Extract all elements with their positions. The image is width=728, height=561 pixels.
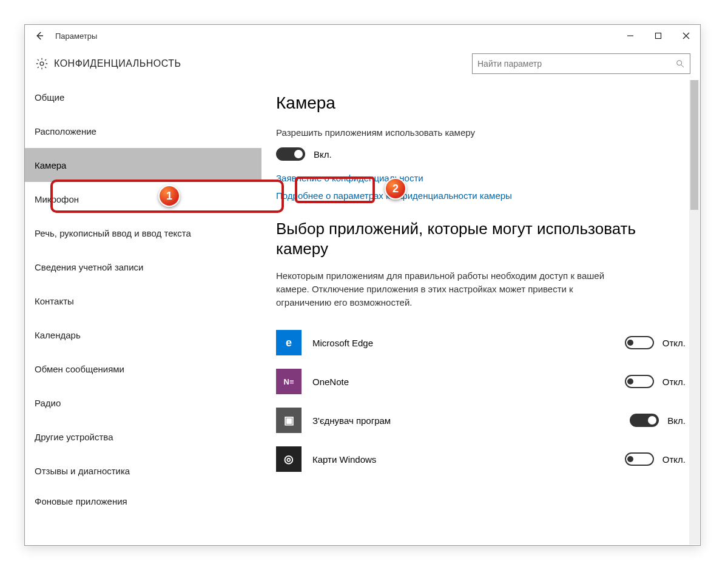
sidebar-item-9[interactable]: Радио bbox=[25, 386, 261, 420]
arrow-left-icon bbox=[34, 30, 45, 41]
app-name-label: OneNote bbox=[312, 377, 614, 387]
sidebar-item-7[interactable]: Календарь bbox=[25, 318, 261, 352]
minimize-button[interactable] bbox=[616, 25, 644, 47]
sidebar-item-12[interactable]: Фоновые приложения bbox=[25, 488, 261, 514]
app-list: eMicrosoft EdgeОткл.N≡OneNoteОткл.▣З'єдн… bbox=[276, 323, 686, 479]
choose-apps-heading: Выбор приложений, которые могут использо… bbox=[276, 219, 686, 258]
edge-icon: e bbox=[276, 330, 302, 355]
camera-main-toggle-label: Вкл. bbox=[314, 149, 332, 160]
app-toggle[interactable] bbox=[625, 336, 654, 349]
svg-line-6 bbox=[681, 65, 684, 67]
sidebar-item-0[interactable]: Общие bbox=[25, 80, 261, 114]
gear-icon bbox=[35, 57, 49, 70]
content-pane[interactable]: Камера Разрешить приложениям использоват… bbox=[261, 80, 700, 545]
sidebar-item-2[interactable]: Камера bbox=[25, 148, 261, 182]
allow-apps-label: Разрешить приложениям использовать камер… bbox=[276, 127, 686, 138]
app-row-3: ◎Карти WindowsОткл. bbox=[276, 440, 686, 479]
app-toggle-group: Откл. bbox=[625, 336, 686, 349]
app-toggle-label: Откл. bbox=[662, 454, 686, 465]
sidebar-item-5[interactable]: Сведения учетной записи bbox=[25, 250, 261, 284]
sidebar-item-8[interactable]: Обмен сообщениями bbox=[25, 352, 261, 386]
svg-rect-1 bbox=[656, 33, 661, 39]
back-button[interactable] bbox=[25, 25, 54, 47]
window-title: Параметры bbox=[55, 32, 97, 41]
app-row-1: N≡OneNoteОткл. bbox=[276, 362, 686, 401]
settings-gear[interactable] bbox=[30, 53, 54, 75]
app-toggle[interactable] bbox=[625, 375, 654, 388]
close-button[interactable] bbox=[672, 25, 700, 47]
app-toggle-group: Вкл. bbox=[630, 414, 686, 427]
close-icon bbox=[682, 32, 690, 39]
header: КОНФИДЕНЦИАЛЬНОСТЬ bbox=[25, 47, 700, 80]
app-toggle[interactable] bbox=[625, 452, 654, 466]
choose-apps-description: Некоторым приложениям для правильной раб… bbox=[276, 269, 616, 309]
titlebar: Параметры bbox=[25, 25, 700, 47]
maximize-icon bbox=[655, 32, 662, 39]
section-title: КОНФИДЕНЦИАЛЬНОСТЬ bbox=[54, 58, 181, 69]
search-input[interactable] bbox=[477, 59, 675, 69]
camera-main-toggle-row: Вкл. bbox=[276, 147, 686, 161]
svg-point-5 bbox=[677, 60, 682, 65]
sidebar-item-11[interactable]: Отзывы и диагностика bbox=[25, 454, 261, 488]
sidebar-item-10[interactable]: Другие устройства bbox=[25, 420, 261, 454]
onenote-icon: N≡ bbox=[276, 369, 302, 394]
scrollbar-thumb[interactable] bbox=[690, 80, 698, 210]
app-toggle-group: Откл. bbox=[625, 452, 686, 466]
search-icon bbox=[675, 59, 685, 69]
app-row-2: ▣З'єднувач програмВкл. bbox=[276, 401, 686, 440]
app-name-label: Microsoft Edge bbox=[312, 338, 614, 348]
app-toggle-label: Вкл. bbox=[667, 415, 686, 426]
app-toggle-label: Откл. bbox=[662, 338, 686, 348]
sidebar[interactable]: ОбщиеРасположениеКамераМикрофонРечь, рук… bbox=[25, 80, 261, 545]
privacy-statement-link[interactable]: Заявление о конфиденциальности bbox=[276, 173, 686, 183]
minimize-icon bbox=[627, 32, 634, 39]
svg-point-4 bbox=[40, 62, 44, 66]
app-toggle-group: Откл. bbox=[625, 375, 686, 388]
privacy-more-link[interactable]: Подробнее о параметрах конфиденциальност… bbox=[276, 190, 686, 201]
sidebar-item-4[interactable]: Речь, рукописный ввод и ввод текста bbox=[25, 216, 261, 250]
connector-icon: ▣ bbox=[276, 408, 302, 433]
window-controls bbox=[616, 25, 700, 47]
app-toggle-label: Откл. bbox=[662, 377, 686, 387]
settings-window: Параметры КОНФИДЕНЦИАЛЬНОСТЬ ОбщиеРаспол… bbox=[24, 24, 701, 546]
app-row-0: eMicrosoft EdgeОткл. bbox=[276, 323, 686, 362]
app-name-label: З'єднувач програм bbox=[312, 415, 619, 426]
sidebar-item-1[interactable]: Расположение bbox=[25, 114, 261, 148]
app-name-label: Карти Windows bbox=[312, 454, 614, 465]
page-title: Камера bbox=[276, 93, 686, 113]
sidebar-item-3[interactable]: Микрофон bbox=[25, 182, 261, 216]
camera-main-toggle[interactable] bbox=[276, 147, 305, 161]
maps-icon: ◎ bbox=[276, 446, 302, 472]
app-toggle[interactable] bbox=[630, 414, 659, 427]
maximize-button[interactable] bbox=[644, 25, 672, 47]
content-scrollbar[interactable] bbox=[689, 80, 699, 545]
search-box[interactable] bbox=[472, 53, 690, 74]
sidebar-item-6[interactable]: Контакты bbox=[25, 284, 261, 318]
